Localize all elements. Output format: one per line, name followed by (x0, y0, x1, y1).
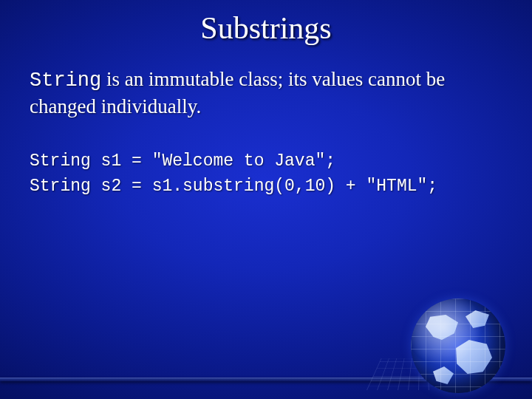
slide-title: Substrings (0, 0, 532, 46)
slide: Substrings String is an immutable class;… (0, 0, 532, 399)
globe-landmass-icon (433, 366, 454, 384)
globe-landmass-icon (466, 310, 489, 328)
code-block: String s1 = "Welcome to Java"; String s2… (0, 120, 532, 199)
globe-landmass-icon (454, 340, 492, 374)
code-line-1: String s1 = "Welcome to Java"; (30, 151, 335, 171)
code-line-2: String s2 = s1.substring(0,10) + "HTML"; (30, 177, 437, 196)
code-inline-string: String (30, 69, 101, 92)
globe-landmass-icon (426, 315, 458, 340)
globe-icon (411, 299, 505, 393)
globe-graphic (386, 278, 511, 399)
body-text: String is an immutable class; its values… (0, 46, 532, 120)
